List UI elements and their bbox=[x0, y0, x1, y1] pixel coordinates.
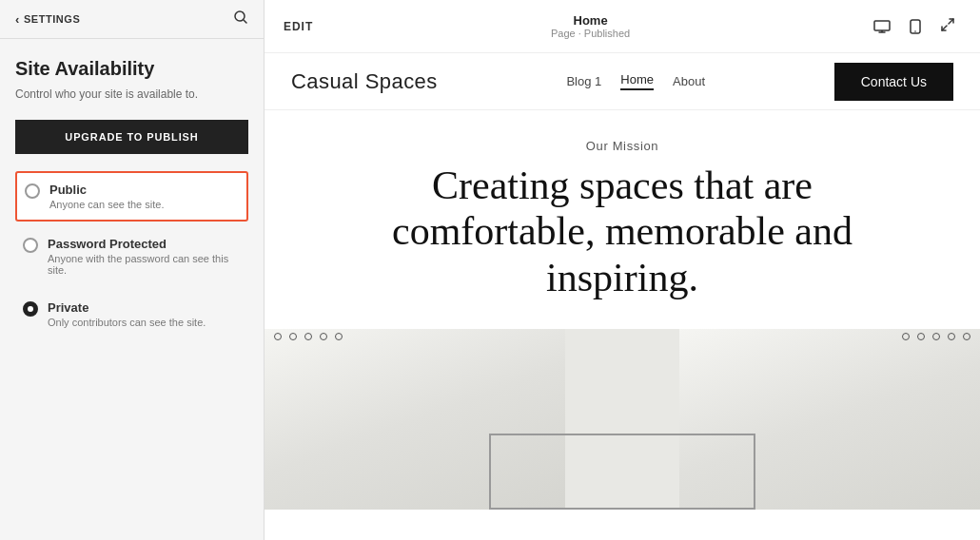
edit-label: EDIT bbox=[284, 20, 313, 33]
left-panel: ‹ SETTINGS Site Availability Control who… bbox=[0, 0, 265, 540]
right-panel: EDIT Home Page · Published bbox=[265, 0, 980, 540]
back-button[interactable]: ‹ SETTINGS bbox=[15, 12, 80, 27]
option-desc-public: Anyone can see the site. bbox=[49, 199, 164, 210]
curtain-ring bbox=[948, 333, 955, 340]
nav-link-home[interactable]: Home bbox=[620, 72, 654, 90]
option-desc-private: Only contributors can see the site. bbox=[48, 317, 206, 328]
option-text-private: Private Only contributors can see the si… bbox=[48, 300, 206, 328]
curtain-rings-right bbox=[892, 329, 980, 344]
desktop-icon bbox=[873, 20, 891, 33]
mobile-view-button[interactable] bbox=[904, 15, 927, 38]
curtain-ring bbox=[304, 333, 312, 340]
curtain-ring bbox=[320, 333, 327, 340]
option-text-password: Password Protected Anyone with the passw… bbox=[48, 237, 241, 276]
desktop-view-button[interactable] bbox=[868, 16, 896, 37]
nav-link-about[interactable]: About bbox=[673, 74, 705, 88]
site-content: Our Mission Creating spaces that are com… bbox=[265, 110, 980, 300]
view-controls bbox=[868, 13, 961, 40]
mobile-icon bbox=[910, 19, 921, 34]
search-button[interactable] bbox=[233, 10, 248, 29]
curtain-rod bbox=[265, 329, 980, 510]
radio-circle-public bbox=[25, 183, 40, 199]
option-desc-password: Anyone with the password can see this si… bbox=[48, 253, 241, 276]
curtain-ring bbox=[902, 333, 910, 340]
topbar: EDIT Home Page · Published bbox=[265, 0, 980, 53]
window-frame bbox=[489, 434, 755, 510]
site-nav-links: Blog 1 Home About bbox=[566, 72, 705, 90]
curtain-ring bbox=[289, 333, 297, 340]
site-logo: Casual Spaces bbox=[291, 69, 438, 94]
left-header: ‹ SETTINGS bbox=[0, 0, 264, 39]
site-image bbox=[265, 329, 980, 510]
option-text-public: Public Anyone can see the site. bbox=[49, 183, 164, 210]
radio-option-private[interactable]: Private Only contributors can see the si… bbox=[15, 291, 248, 338]
radio-circle-password bbox=[23, 238, 38, 253]
radio-option-public[interactable]: Public Anyone can see the site. bbox=[15, 171, 248, 222]
search-icon bbox=[233, 10, 248, 25]
panel-title: Site Availability bbox=[15, 58, 248, 80]
contact-button[interactable]: Contact Us bbox=[834, 63, 953, 101]
mission-heading: Creating spaces that are comfortable, me… bbox=[375, 163, 870, 300]
site-nav: Casual Spaces Blog 1 Home About Contact … bbox=[265, 53, 980, 110]
page-status: Page · Published bbox=[551, 28, 630, 39]
nav-link-blog1[interactable]: Blog 1 bbox=[566, 74, 601, 88]
page-name: Home bbox=[551, 13, 630, 28]
back-label: SETTINGS bbox=[24, 13, 80, 25]
expand-button[interactable] bbox=[934, 13, 961, 40]
site-preview: Casual Spaces Blog 1 Home About Contact … bbox=[265, 53, 980, 540]
svg-point-6 bbox=[914, 30, 916, 32]
curtain-ring bbox=[274, 333, 282, 340]
panel-subtitle: Control who your site is available to. bbox=[15, 87, 248, 101]
curtain-background bbox=[265, 329, 980, 510]
option-label-password: Password Protected bbox=[48, 237, 241, 251]
curtain-ring bbox=[963, 333, 970, 340]
radio-option-password[interactable]: Password Protected Anyone with the passw… bbox=[15, 227, 248, 285]
upgrade-button[interactable]: UPGRADE TO PUBLISH bbox=[15, 120, 248, 154]
curtain-rings-left bbox=[265, 329, 352, 344]
curtain-ring bbox=[335, 333, 343, 340]
back-arrow-icon: ‹ bbox=[15, 12, 20, 27]
mission-label: Our Mission bbox=[291, 139, 953, 153]
left-content: Site Availability Control who your site … bbox=[0, 39, 264, 540]
svg-line-1 bbox=[244, 20, 246, 23]
expand-icon bbox=[940, 17, 955, 32]
option-label-private: Private bbox=[48, 300, 206, 315]
option-label-public: Public bbox=[49, 183, 164, 197]
page-info: Home Page · Published bbox=[551, 13, 630, 39]
radio-circle-private bbox=[23, 301, 38, 317]
svg-rect-2 bbox=[874, 21, 890, 30]
curtain-ring bbox=[917, 333, 925, 340]
curtain-ring bbox=[932, 333, 940, 340]
